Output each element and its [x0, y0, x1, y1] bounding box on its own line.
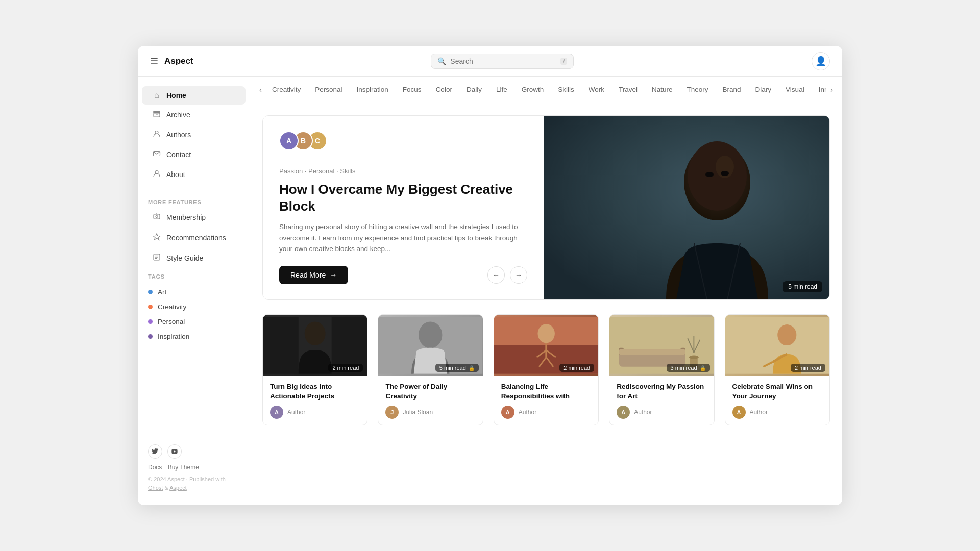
ghost-link[interactable]: Ghost [148, 485, 163, 491]
svg-rect-6 [154, 214, 160, 219]
card-body-5: Celebrate Small Wins on Your Journey A A… [725, 376, 829, 425]
tag-nav-nature[interactable]: Nature [646, 83, 679, 96]
card-author-row-4: A Author [617, 406, 706, 419]
contact-icon [152, 149, 161, 160]
sidebar-item-archive-label: Archive [166, 111, 190, 119]
svg-point-7 [156, 216, 158, 218]
about-icon [152, 169, 161, 180]
search-input[interactable] [450, 57, 556, 65]
twitter-button[interactable] [148, 444, 162, 459]
article-card-5[interactable]: 2 min read Celebrate Small Wins on Your … [725, 314, 830, 425]
authors-icon [152, 130, 161, 140]
search-icon: 🔍 [437, 57, 446, 65]
sidebar-item-recommendations[interactable]: Recommendations [142, 228, 246, 247]
card-avatar-3: A [501, 406, 514, 419]
card-avatar-1: A [270, 406, 283, 419]
card-time-2: 5 min read 🔒 [435, 364, 479, 372]
tag-nav-focus[interactable]: Focus [397, 83, 428, 96]
hero-title: How I Overcame My Biggest Creative Block [279, 181, 527, 214]
youtube-button[interactable] [167, 444, 182, 459]
tag-nav-theory[interactable]: Theory [681, 83, 715, 96]
tag-nav-personal[interactable]: Personal [309, 83, 348, 96]
author-avatars: A B C [279, 131, 327, 151]
tag-nav-items: Creativity Personal Inspiration Focus Co… [266, 83, 826, 96]
card-author-row-1: A Author [270, 406, 360, 419]
read-more-button[interactable]: Read More → [279, 266, 348, 284]
hero-actions: Read More → ← → [279, 266, 527, 284]
tag-nav-inspiration[interactable]: Inspiration [351, 83, 395, 96]
tag-item-creativity[interactable]: Creativity [138, 299, 250, 314]
tag-nav-creativity[interactable]: Creativity [266, 83, 307, 96]
sidebar-footer: Docs Buy Theme © 2024 Aspect · Published… [138, 436, 250, 496]
sidebar-item-style-guide-label: Style Guide [166, 254, 203, 262]
social-links [148, 444, 239, 459]
tag-item-art[interactable]: Art [138, 285, 250, 299]
tag-nav-life[interactable]: Life [490, 83, 513, 96]
article-card-1[interactable]: 2 min read Turn Big Ideas into Actionabl… [262, 314, 368, 425]
hero-image [544, 116, 829, 299]
sidebar-item-home[interactable]: ⌂ Home [142, 86, 246, 105]
card-image-2: 5 min read 🔒 [378, 315, 482, 376]
tag-nav-growth[interactable]: Growth [516, 83, 550, 96]
article-card-3[interactable]: 2 min read Balancing Life Responsibiliti… [494, 314, 599, 425]
card-body-2: The Power of Daily Creativity J Julia Sl… [378, 376, 482, 425]
tag-nav-daily[interactable]: Daily [460, 83, 488, 96]
articles-grid: 2 min read Turn Big Ideas into Actionabl… [262, 314, 830, 425]
buy-theme-link[interactable]: Buy Theme [168, 464, 199, 471]
sidebar-item-archive[interactable]: Archive [142, 105, 246, 124]
art-dot [148, 290, 153, 294]
archive-icon [152, 110, 161, 120]
creativity-dot [148, 305, 153, 309]
tag-nav-work[interactable]: Work [582, 83, 610, 96]
sidebar-nav: ⌂ Home Archive Authors [138, 86, 250, 185]
sidebar-item-membership[interactable]: Membership [142, 208, 246, 227]
tag-navigation: ‹ Creativity Personal Inspiration Focus … [250, 77, 842, 103]
style-guide-icon [152, 253, 161, 263]
sidebar-item-authors[interactable]: Authors [142, 125, 246, 144]
app-window: ☰ Aspect 🔍 / 👤 ⌂ Home Archive [138, 46, 842, 505]
tag-label-inspiration: Inspiration [158, 333, 189, 340]
card-author-name-2: Julia Sloan [403, 409, 433, 416]
hero-read-time: 5 min read [783, 281, 822, 292]
sidebar-item-style-guide[interactable]: Style Guide [142, 248, 246, 268]
search-kbd-hint: / [560, 58, 567, 65]
hero-breadcrumb: Passion · Personal · Skills [279, 167, 527, 175]
docs-link[interactable]: Docs [148, 464, 162, 471]
hero-prev-button[interactable]: ← [487, 266, 505, 284]
hamburger-icon[interactable]: ☰ [150, 56, 158, 67]
card-image-1: 2 min read [263, 315, 367, 376]
tag-item-inspiration[interactable]: Inspiration [138, 329, 250, 344]
footer-links: Docs Buy Theme [148, 464, 239, 471]
main-content: ‹ Creativity Personal Inspiration Focus … [250, 77, 842, 505]
card-time-4: 3 min read 🔒 [667, 364, 710, 372]
tag-nav-travel[interactable]: Travel [612, 83, 644, 96]
user-profile-button[interactable]: 👤 [812, 52, 830, 70]
hero-next-button[interactable]: → [510, 266, 527, 284]
search-bar: 🔍 / [431, 54, 574, 69]
tag-nav-visual[interactable]: Visual [779, 83, 811, 96]
card-time-3: 2 min read [559, 364, 594, 372]
card-title-4: Rediscovering My Passion for Art [617, 382, 706, 402]
tag-item-personal[interactable]: Personal [138, 314, 250, 329]
tag-nav-color[interactable]: Color [430, 83, 458, 96]
article-card-4[interactable]: 3 min read 🔒 Rediscovering My Passion fo… [609, 314, 714, 425]
tag-nav-brand[interactable]: Brand [717, 83, 747, 96]
card-time-1: 2 min read [328, 364, 363, 372]
user-icon: 👤 [815, 56, 826, 67]
tag-nav-next[interactable]: › [826, 83, 837, 96]
card-author-row-5: A Author [732, 406, 822, 419]
sidebar-item-about[interactable]: About [142, 165, 246, 184]
read-more-label: Read More [290, 271, 326, 279]
card-body-3: Balancing Life Responsibilities with A A… [494, 376, 598, 425]
tag-nav-diary[interactable]: Diary [749, 83, 778, 96]
article-card-2[interactable]: 5 min read 🔒 The Power of Daily Creativi… [378, 314, 483, 425]
aspect-link[interactable]: Aspect [169, 485, 187, 491]
avatar-1: A [279, 131, 299, 151]
tag-nav-skills[interactable]: Skills [552, 83, 580, 96]
card-image-4: 3 min read 🔒 [609, 315, 714, 376]
svg-rect-37 [619, 349, 685, 355]
tag-nav-innovation[interactable]: Innovation [813, 83, 826, 96]
tag-nav-prev[interactable]: ‹ [255, 83, 266, 96]
sidebar: ⌂ Home Archive Authors [138, 77, 250, 505]
sidebar-item-contact[interactable]: Contact [142, 145, 246, 164]
